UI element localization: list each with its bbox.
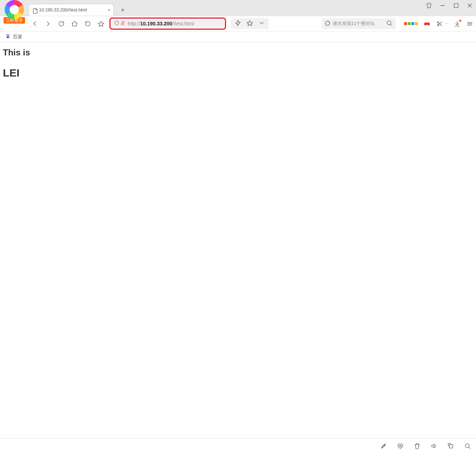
download-icon[interactable] <box>454 20 461 27</box>
search-placeholder: 潜水发现11个密封坛 <box>333 20 384 27</box>
scissors-icon[interactable] <box>436 20 443 27</box>
back-button[interactable] <box>31 20 38 27</box>
shield-icon[interactable] <box>114 20 119 27</box>
menu-icon[interactable] <box>466 20 473 27</box>
wardrobe-icon[interactable] <box>425 2 432 9</box>
svg-point-20 <box>6 35 7 36</box>
flash-icon[interactable] <box>235 20 241 28</box>
bookmark-star-button[interactable] <box>98 20 104 27</box>
svg-point-22 <box>9 35 10 36</box>
window-controls <box>425 2 473 9</box>
apps-grid-icon[interactable] <box>404 22 418 25</box>
svg-rect-1 <box>454 4 458 8</box>
favorite-star-icon[interactable] <box>246 20 253 28</box>
svg-rect-25 <box>450 444 453 448</box>
tab-favicon-icon <box>32 8 37 13</box>
heart-rate-icon[interactable] <box>397 443 404 449</box>
page-content: This is LEI <box>0 43 476 84</box>
page-heading-1: This is <box>3 48 473 58</box>
svg-marker-4 <box>98 21 104 26</box>
url-text: http://10.190.33.200//test.html <box>128 21 194 26</box>
minimize-button[interactable] <box>439 2 446 9</box>
tab-active[interactable]: 10.190.33.200//test.html × <box>29 4 114 16</box>
scissors-dropdown-icon[interactable] <box>445 22 448 25</box>
url-path: //test.html <box>172 21 194 26</box>
svg-marker-7 <box>236 20 240 26</box>
svg-marker-8 <box>247 20 253 25</box>
status-search-icon[interactable] <box>464 443 471 449</box>
rocket-icon[interactable] <box>380 443 387 449</box>
forward-button[interactable] <box>45 20 51 27</box>
svg-marker-24 <box>432 444 434 448</box>
browser-logo-icon[interactable] <box>5 0 24 19</box>
url-host: 10.190.33.200 <box>140 21 172 26</box>
status-bar <box>0 438 476 453</box>
bookmark-baidu[interactable]: 百度 <box>13 34 22 40</box>
home-button[interactable] <box>71 20 78 27</box>
tabs-row: 10.190.33.200//test.html × ＋ <box>0 0 476 16</box>
gamepad-icon[interactable] <box>423 20 431 27</box>
url-actions <box>231 18 269 29</box>
url-prefix: http:// <box>128 21 140 26</box>
tab-close-icon[interactable]: × <box>108 7 111 13</box>
svg-point-23 <box>6 36 9 38</box>
url-box-highlight: http://10.190.33.200//test.html <box>109 18 226 30</box>
close-window-button[interactable] <box>466 2 473 9</box>
search-icon[interactable] <box>386 20 393 28</box>
baidu-paw-icon[interactable] <box>5 34 11 40</box>
reload-button[interactable] <box>58 20 65 27</box>
tab-title: 10.190.33.200//test.html <box>39 8 87 13</box>
new-tab-button[interactable]: ＋ <box>118 5 127 14</box>
dropdown-chevron-icon[interactable] <box>258 20 265 28</box>
trash-icon[interactable] <box>414 443 421 449</box>
360-logo-icon <box>325 20 330 27</box>
toolbar: http://10.190.33.200//test.html 潜水发现11个密… <box>0 16 476 31</box>
restore-window-icon[interactable] <box>447 443 454 449</box>
bookmark-bar: 百度 <box>0 31 476 43</box>
page-heading-2: LEI <box>3 67 473 79</box>
sound-icon[interactable] <box>431 443 437 449</box>
search-box[interactable]: 潜水发现11个密封坛 <box>322 18 396 29</box>
undo-button[interactable] <box>84 20 91 27</box>
maximize-button[interactable] <box>452 2 460 9</box>
svg-line-27 <box>469 447 470 448</box>
svg-point-21 <box>7 34 8 35</box>
insecure-lock-icon[interactable] <box>120 20 126 27</box>
address-bar[interactable]: http://10.190.33.200//test.html <box>111 19 224 28</box>
svg-line-11 <box>391 24 392 26</box>
